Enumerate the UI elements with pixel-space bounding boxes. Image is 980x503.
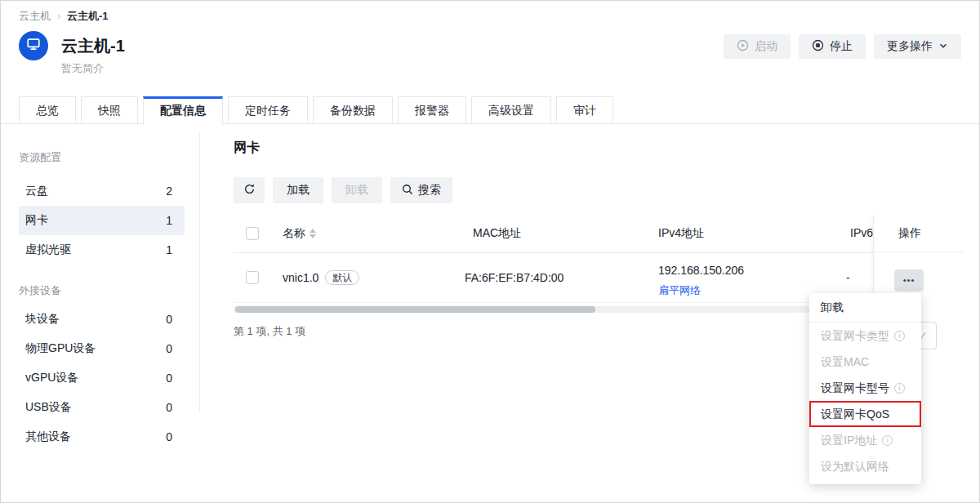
menu-item-label: 设置网卡QoS: [821, 401, 889, 427]
sidebar-item-count: 0: [166, 313, 172, 326]
scrollbar-thumb[interactable]: [235, 306, 595, 313]
page-subtitle: 暂无简介: [61, 61, 104, 76]
operations-column: 操作 •••: [873, 215, 964, 303]
select-all-checkbox-cell: [246, 215, 259, 252]
menu-item-unload[interactable]: 卸载: [809, 293, 921, 322]
sort-icon[interactable]: [310, 229, 316, 238]
sidebar-item-count: 0: [166, 401, 172, 414]
sidebar-item-label: 云盘: [25, 184, 48, 198]
tab-alarms[interactable]: 报警器: [398, 96, 466, 124]
nic-toolbar: 加载 卸载 搜索: [234, 177, 452, 203]
refresh-icon: [243, 183, 256, 198]
tab-backup-data[interactable]: 备份数据: [313, 96, 393, 124]
unload-button[interactable]: 卸载: [332, 177, 382, 203]
column-header-mac: MAC地址: [473, 215, 521, 252]
sidebar-item-label: 物理GPU设备: [25, 341, 96, 356]
start-label: 启动: [755, 39, 777, 54]
play-circle-icon: [737, 39, 749, 54]
app-window: 云主机 › 云主机-1 云主机-1 暂无简介 启动: [0, 0, 980, 503]
column-header-operations: 操作: [874, 215, 964, 252]
section-title-nic: 网卡: [234, 140, 260, 157]
sidebar-item-count: 1: [166, 243, 172, 256]
actions-menu: 卸载 设置网卡类型 i 设置MAC 设置网卡型号 i 设置网卡QoS 设置IP地…: [809, 293, 921, 484]
sidebar-item-cloud-disk[interactable]: 云盘 2: [19, 176, 185, 206]
sidebar-item-vgpu[interactable]: vGPU设备 0: [19, 363, 185, 393]
menu-item-set-nic-model[interactable]: 设置网卡型号 i: [809, 375, 921, 401]
stop-label: 停止: [830, 39, 853, 54]
sidebar-item-label: vGPU设备: [25, 371, 78, 385]
sidebar-item-label: 其他设备: [25, 430, 71, 444]
pagination-info: 第 1 项, 共 1 项: [234, 324, 305, 339]
refresh-button[interactable]: [234, 177, 265, 203]
column-header-name[interactable]: 名称: [283, 215, 316, 252]
breadcrumb-item-vm-list[interactable]: 云主机: [19, 9, 51, 24]
ipv4-cell: 192.168.150.206 扁平网络: [658, 264, 744, 298]
row-actions-button[interactable]: •••: [894, 269, 924, 292]
menu-item-label: 设置网卡类型: [821, 323, 889, 349]
stop-circle-icon: [812, 39, 824, 54]
sidebar-section-resource-config: 资源配置: [19, 150, 61, 165]
menu-item-set-nic-qos[interactable]: 设置网卡QoS: [809, 401, 921, 427]
more-actions-button[interactable]: 更多操作: [874, 34, 961, 59]
sidebar-item-count: 1: [166, 214, 172, 227]
sidebar-item-other-device[interactable]: 其他设备 0: [19, 422, 185, 452]
select-all-checkbox[interactable]: [246, 227, 259, 240]
menu-item-label: 设置MAC: [821, 349, 869, 375]
menu-item-set-mac[interactable]: 设置MAC: [809, 349, 921, 375]
tab-scheduled-tasks[interactable]: 定时任务: [228, 96, 308, 124]
more-dots-icon: •••: [903, 275, 915, 285]
sidebar-item-label: 虚拟光驱: [25, 243, 71, 257]
sidebar-divider: [199, 131, 200, 412]
nic-table: 名称 MAC地址 IPv4地址 IPv6地址 vnic1.0 默认 FA:6F:…: [234, 215, 964, 303]
sidebar-item-virtual-cdrom[interactable]: 虚拟光驱 1: [19, 235, 185, 265]
sidebar-item-usb[interactable]: USB设备 0: [19, 393, 185, 422]
sidebar-section-external-devices: 外接设备: [19, 283, 61, 298]
unload-label: 卸载: [345, 183, 368, 198]
row-checkbox-cell: [246, 252, 259, 303]
monitor-icon: [25, 36, 42, 56]
search-label: 搜索: [418, 183, 441, 198]
default-badge: 默认: [325, 270, 359, 285]
tab-config-info[interactable]: 配置信息: [143, 96, 223, 125]
menu-item-label: 设置网卡型号: [821, 375, 889, 401]
menu-item-label: 卸载: [821, 293, 844, 322]
nic-name-cell: vnic1.0 默认: [283, 252, 359, 303]
menu-item-set-ip-address[interactable]: 设置IP地址 i: [809, 427, 921, 453]
tab-snapshot[interactable]: 快照: [81, 96, 138, 124]
stop-button[interactable]: 停止: [799, 34, 866, 59]
search-button[interactable]: 搜索: [390, 177, 452, 203]
tab-audit[interactable]: 审计: [556, 96, 613, 124]
breadcrumb: 云主机 › 云主机-1: [19, 9, 109, 24]
sidebar-item-count: 0: [166, 372, 172, 385]
sidebar-item-physical-gpu[interactable]: 物理GPU设备 0: [19, 334, 185, 363]
column-header-ipv4: IPv4地址: [658, 215, 704, 252]
nic-name: vnic1.0: [283, 271, 318, 284]
tab-overview[interactable]: 总览: [19, 96, 76, 124]
tab-bar: 总览 快照 配置信息 定时任务 备份数据 报警器 高级设置 审计: [19, 96, 613, 125]
sidebar-item-label: USB设备: [25, 400, 72, 415]
row-checkbox[interactable]: [246, 271, 259, 284]
sidebar-item-count: 2: [166, 185, 172, 198]
sidebar-item-block-device[interactable]: 块设备 0: [19, 305, 185, 334]
column-header-ipv6: IPv6地址: [850, 215, 873, 252]
load-button[interactable]: 加载: [273, 177, 323, 203]
menu-item-label: 设为默认网络: [821, 453, 889, 479]
menu-item-set-default-network[interactable]: 设为默认网络: [809, 453, 921, 479]
network-link[interactable]: 扁平网络: [658, 283, 744, 298]
menu-item-set-nic-type[interactable]: 设置网卡类型 i: [809, 323, 921, 349]
sidebar-item-nic[interactable]: 网卡 1: [19, 206, 185, 235]
search-icon: [402, 184, 413, 198]
load-label: 加载: [287, 183, 310, 198]
ipv4-address: 192.168.150.206: [658, 264, 744, 277]
table-row-divider: [234, 302, 873, 303]
page-title: 云主机-1: [61, 35, 125, 57]
mac-address: FA:6F:EF:B7:4D:00: [465, 252, 564, 303]
horizontal-scrollbar[interactable]: [234, 306, 809, 313]
sidebar-item-count: 0: [166, 342, 172, 355]
start-button[interactable]: 启动: [724, 34, 791, 59]
breadcrumb-item-current-vm: 云主机-1: [67, 9, 109, 24]
breadcrumb-separator-icon: ›: [57, 11, 60, 22]
menu-item-label: 设置IP地址: [821, 427, 877, 453]
tab-advanced-settings[interactable]: 高级设置: [471, 96, 551, 124]
header-actions: 启动 停止 更多操作: [724, 34, 961, 59]
